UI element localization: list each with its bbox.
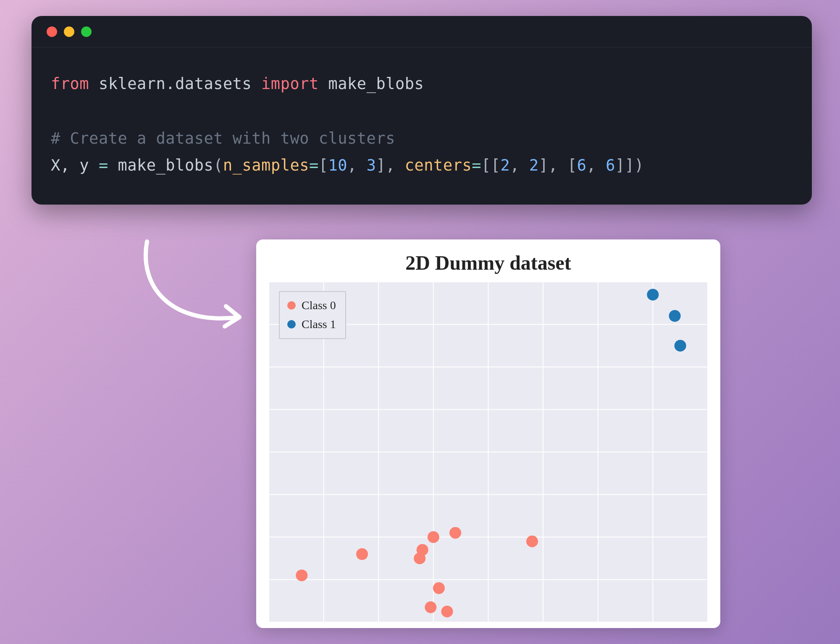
svg-point-22 (428, 531, 439, 543)
svg-point-29 (669, 310, 681, 322)
svg-point-26 (441, 606, 453, 618)
svg-point-18 (296, 570, 307, 581)
module-name: sklearn.datasets (99, 75, 252, 93)
arrow-icon (134, 237, 260, 347)
svg-point-24 (433, 582, 445, 594)
assign-lhs: X, y (51, 156, 89, 174)
chart-legend: Class 0 Class 1 (279, 291, 346, 339)
svg-point-28 (647, 289, 659, 300)
svg-point-21 (414, 552, 425, 564)
import-name: make_blobs (328, 75, 424, 93)
svg-point-25 (425, 602, 436, 613)
assign-op: = (99, 156, 108, 174)
code-window: from sklearn.datasets import make_blobs … (32, 16, 812, 205)
swatch-class0-icon (287, 301, 296, 310)
scatter-plot: Class 0 Class 1 (269, 282, 708, 622)
keyword-import: import (261, 75, 319, 93)
param-centers: centers (405, 156, 472, 174)
legend-item-class0: Class 0 (287, 296, 336, 315)
svg-point-19 (356, 548, 368, 560)
svg-point-27 (526, 536, 538, 547)
legend-label-class0: Class 0 (302, 296, 336, 315)
legend-label-class1: Class 1 (302, 315, 336, 334)
param-nsamples: n_samples (223, 156, 309, 174)
legend-item-class1: Class 1 (287, 315, 336, 334)
call-fn: make_blobs (118, 156, 213, 174)
window-titlebar (32, 16, 812, 47)
code-comment: # Create a dataset with two clusters (51, 129, 395, 147)
minimize-icon[interactable] (64, 26, 74, 37)
chart-title: 2D Dummy dataset (269, 251, 708, 274)
swatch-class1-icon (287, 320, 296, 329)
close-icon[interactable] (47, 26, 57, 37)
maximize-icon[interactable] (81, 26, 92, 37)
svg-point-30 (675, 340, 686, 352)
svg-point-23 (449, 527, 461, 539)
keyword-from: from (51, 75, 89, 93)
chart-card: 2D Dummy dataset Class 0 Class 1 (256, 239, 720, 628)
code-block: from sklearn.datasets import make_blobs … (32, 47, 812, 205)
